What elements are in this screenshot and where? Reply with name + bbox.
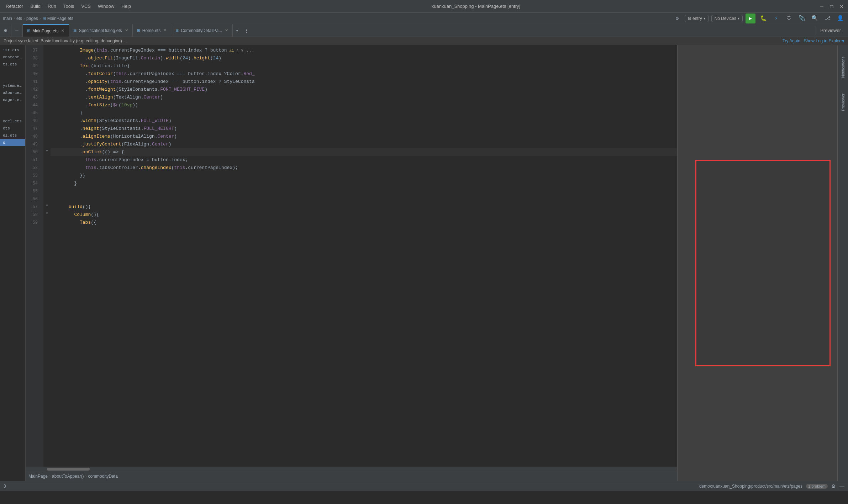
tabs-overflow-btn[interactable]: ▾ [233, 24, 241, 37]
status-right: demo/xuanxuan_Shopping/product/src/main/… [699, 483, 844, 489]
sidebar-item-el[interactable]: el.ets [0, 132, 25, 139]
code-line-51[interactable]: this.currentPageIndex = button.index; [51, 156, 677, 164]
notifications-tab[interactable]: Notifications [839, 52, 847, 82]
code-content[interactable]: 37 38 39 40 41 42 43 44 45 46 47 48 49 5… [26, 45, 677, 467]
main-layout: ist.ets onstants.ets ts.ets ystem.ets aS… [0, 45, 848, 481]
code-line-41[interactable]: .opacity(this.currentPageIndex === butto… [51, 78, 677, 86]
problems-badge[interactable]: 1 problem [806, 484, 828, 489]
code-line-42[interactable]: .fontWeight(StyleConstants.FONT_WEIGHT_F… [51, 86, 677, 94]
code-line-44[interactable]: .fontSize($r(10vp)) [51, 101, 677, 109]
status-gear-icon[interactable]: ⚙ [831, 483, 836, 489]
breadcrumb-pages[interactable]: pages [26, 16, 38, 21]
code-line-56[interactable] [51, 195, 677, 203]
fold-54 [43, 178, 51, 186]
code-line-52[interactable]: this.tabsController.changeIndex(this.cur… [51, 164, 677, 172]
fold-47 [43, 123, 51, 131]
code-line-53[interactable]: }) [51, 172, 677, 180]
attach-icon[interactable]: 📎 [797, 14, 807, 23]
code-line-55[interactable] [51, 187, 677, 195]
sidebar-item-blank4 [0, 111, 25, 118]
sidebar-item-s[interactable]: s [0, 139, 25, 146]
right-panel: Notifications Previewer [837, 45, 848, 481]
sidebar-item-constants[interactable]: onstants.ets [0, 54, 25, 61]
code-line-50[interactable]: .onClick(() => { [51, 148, 677, 156]
minimize-button[interactable]: — [818, 3, 825, 10]
fold-58[interactable]: ▼ [43, 209, 51, 217]
fold-51 [43, 155, 51, 163]
footer-mainpage[interactable]: MainPage [28, 474, 48, 479]
fold-50[interactable]: ▼ [43, 147, 51, 155]
fold-38 [43, 53, 51, 61]
run-button[interactable]: ▶ [746, 14, 755, 23]
horizontal-scrollbar[interactable] [26, 467, 677, 471]
code-line-38[interactable]: .objectFit(ImageFit.Contain).width(24).h… [51, 54, 677, 62]
menu-window[interactable]: Window [95, 2, 117, 10]
user-icon[interactable]: 👤 [835, 14, 845, 23]
scrollbar-thumb[interactable] [47, 468, 90, 471]
code-line-49[interactable]: .justifyContent(FlexAlign.Center) [51, 140, 677, 148]
title-bar: Refactor Build Run Tools VCS Window Help… [0, 0, 848, 13]
sidebar-item-system[interactable]: ystem.ets [0, 82, 25, 89]
code-line-54[interactable]: } [51, 180, 677, 187]
code-line-40[interactable]: .fontColor(this.currentPageIndex === but… [51, 70, 677, 78]
code-line-48[interactable]: .alignItems(HorizontalAlign.Center) [51, 133, 677, 140]
menu-run[interactable]: Run [45, 2, 59, 10]
tab-mainpage[interactable]: ⊞ MainPage.ets ✕ [23, 24, 69, 37]
sidebar-item-asource[interactable]: aSource.ets [0, 89, 25, 96]
breadcrumb-file[interactable]: ⊞ MainPage.ets [42, 16, 73, 21]
code-line-39[interactable]: Text(button.title) [51, 62, 677, 70]
status-left: 3 [4, 484, 6, 489]
menu-vcs[interactable]: VCS [78, 2, 94, 10]
tab-specificationdialog[interactable]: ⊞ SpecificationDialog.ets ✕ [69, 24, 132, 37]
profile-icon[interactable]: ⚡ [771, 14, 781, 23]
tab-commoditydetail[interactable]: ⊞ CommodityDetailPa... ✕ [171, 24, 233, 37]
show-log-link[interactable]: Show Log in Explorer [804, 38, 844, 43]
entry-dropdown[interactable]: ⊡ entry ▾ [685, 15, 709, 22]
sidebar-item-ts[interactable]: ts.ets [0, 61, 25, 68]
breadcrumb-ets[interactable]: ets [16, 16, 22, 21]
code-line-43[interactable]: .textAlign(TextAlign.Center) [51, 94, 677, 101]
code-line-57[interactable]: build(){ [51, 203, 677, 211]
previewer-label: Previewer [816, 26, 845, 35]
code-line-37[interactable]: Image(this.currentPageIndex === button.i… [51, 47, 677, 54]
menu-refactor[interactable]: Refactor [3, 2, 26, 10]
maximize-button[interactable]: ❐ [828, 3, 835, 10]
sidebar-item-ets[interactable]: ets [0, 125, 25, 132]
search-icon[interactable]: 🔍 [810, 14, 820, 23]
try-again-link[interactable]: Try Again [783, 38, 800, 43]
fold-37[interactable] [43, 45, 51, 53]
debug-icon[interactable]: 🐛 [758, 14, 768, 23]
footer-abouttoappear[interactable]: aboutToAppear() [52, 474, 84, 479]
settings-icon[interactable]: ⚙ [673, 14, 682, 23]
footer-commoditydata[interactable]: commodityData [88, 474, 117, 479]
code-line-46[interactable]: .width(StyleConstants.FULL_WIDTH) [51, 117, 677, 125]
status-close-icon[interactable]: — [839, 483, 844, 489]
code-line-45[interactable]: } [51, 109, 677, 117]
fold-57[interactable]: ▼ [43, 202, 51, 209]
fold-40 [43, 69, 51, 76]
close-button[interactable]: ✕ [838, 3, 845, 10]
code-line-58[interactable]: Column(){ [51, 211, 677, 219]
menu-tools[interactable]: Tools [60, 2, 77, 10]
menu-help[interactable]: Help [118, 2, 134, 10]
coverage-icon[interactable]: 🛡 [784, 14, 794, 23]
sidebar-item-odel[interactable]: odel.ets [0, 118, 25, 125]
tab-minimize[interactable]: — [11, 24, 23, 37]
fold-59 [43, 217, 51, 225]
code-line-47[interactable]: .height(StyleConstants.FULL_HEIGHT) [51, 125, 677, 133]
tab-settings-gear[interactable]: ⚙ [0, 24, 11, 37]
breadcrumb: main › ets › pages › ⊞ MainPage.ets [3, 16, 73, 21]
tab-home[interactable]: ⊞ Home.ets ✕ [133, 24, 171, 37]
vcs-icon[interactable]: ⎇ [822, 14, 832, 23]
code-line-59[interactable]: Tabs({ [51, 219, 677, 227]
previewer-tab[interactable]: Previewer [839, 89, 847, 115]
menu-build[interactable]: Build [27, 2, 43, 10]
fold-41 [43, 76, 51, 84]
tabs-menu-btn[interactable]: ⋮ [241, 24, 252, 37]
breadcrumb-main[interactable]: main [3, 16, 12, 21]
no-devices-dropdown[interactable]: No Devices ▾ [711, 15, 743, 22]
sidebar-item-nager[interactable]: nager.ets [0, 96, 25, 104]
code-text[interactable]: Image(this.currentPageIndex === button.i… [51, 45, 677, 467]
sidebar-item-ist[interactable]: ist.ets [0, 47, 25, 54]
sidebar-item-blank2 [0, 75, 25, 82]
